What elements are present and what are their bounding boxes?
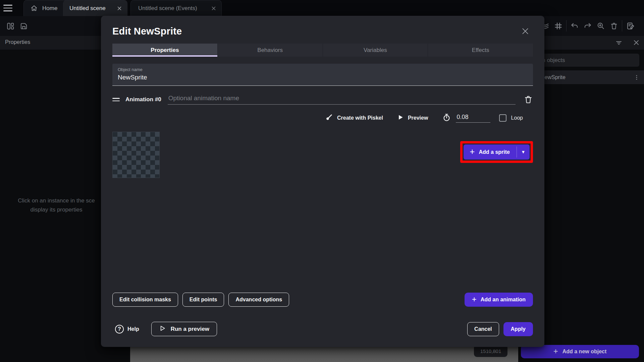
drag-handle-icon[interactable] <box>112 97 121 102</box>
delete-animation-icon[interactable] <box>524 95 533 104</box>
tab-untitled-scene-events[interactable]: Untitled scene (Events) <box>130 0 222 16</box>
add-new-object-label: Add a new object <box>562 349 607 355</box>
scene-toolbar <box>540 20 635 32</box>
dialog-tab-effects[interactable]: Effects <box>428 44 533 57</box>
apply-button[interactable]: Apply <box>503 322 533 336</box>
toolbar-divider <box>622 20 622 32</box>
object-name-label: Object name <box>118 67 528 72</box>
time-between-frames-input[interactable] <box>456 114 490 123</box>
play-icon <box>397 114 404 122</box>
panels-layout-icon[interactable] <box>5 21 15 31</box>
tab-home-label: Home <box>42 5 57 12</box>
close-tab-icon[interactable] <box>211 5 217 11</box>
dots-vertical-icon[interactable] <box>633 74 640 81</box>
zoom-in-icon[interactable] <box>596 21 606 31</box>
object-item-label: NewSprite <box>541 74 566 80</box>
edit-sprite-dialog: Edit NewSprite Properties Behaviors Vari… <box>101 16 544 347</box>
help-button[interactable]: ? Help <box>115 325 139 334</box>
properties-panel-title: Properties <box>5 39 30 45</box>
close-dialog-icon[interactable] <box>521 27 530 36</box>
grid-icon[interactable] <box>553 21 563 31</box>
properties-empty-message: Click on an instance in the sce display … <box>0 196 113 214</box>
loop-label: Loop <box>511 115 523 121</box>
hamburger-menu-icon[interactable] <box>3 4 15 12</box>
chevron-down-icon[interactable]: ▼ <box>517 144 530 160</box>
dialog-footer: ? Help Run a preview Cancel Apply <box>112 322 533 336</box>
add-sprite-button[interactable]: + Add a sprite ▼ <box>464 144 530 160</box>
animation-title: Animation #0 <box>125 96 161 103</box>
tab-scene-label: Untitled scene <box>69 5 106 12</box>
add-sprite-label: Add a sprite <box>479 149 510 155</box>
animation-name-input[interactable] <box>168 95 516 105</box>
app-window: Home Untitled scene Untitled scene (Even… <box>0 0 644 362</box>
create-with-piskel-button[interactable]: Create with Piskel <box>325 113 383 123</box>
plus-icon: + <box>470 147 475 156</box>
add-new-object-button[interactable]: + Add a new object <box>521 345 639 358</box>
empty-sprite-thumbnail <box>112 132 160 178</box>
dialog-tab-variables[interactable]: Variables <box>323 44 428 57</box>
advanced-options-button[interactable]: Advanced options <box>228 293 289 307</box>
sprites-row: + Add a sprite ▼ <box>112 132 533 178</box>
close-tab-icon[interactable] <box>116 5 122 11</box>
highlight-box: + Add a sprite ▼ <box>460 141 533 163</box>
home-icon <box>31 5 38 12</box>
save-icon[interactable] <box>19 21 29 31</box>
tab-untitled-scene[interactable]: Untitled scene <box>63 0 127 16</box>
cancel-button[interactable]: Cancel <box>467 322 499 336</box>
brush-icon <box>325 113 333 123</box>
loop-checkbox[interactable] <box>499 114 506 122</box>
preview-label: Preview <box>408 115 428 121</box>
add-animation-label: Add an animation <box>481 297 526 303</box>
object-name-input[interactable] <box>118 74 528 81</box>
play-outline-icon <box>159 325 166 334</box>
plus-icon: + <box>553 347 558 355</box>
preview-button[interactable]: Preview <box>397 114 428 122</box>
scene-properties-icon[interactable] <box>625 21 635 31</box>
create-with-piskel-label: Create with Piskel <box>337 115 383 121</box>
stopwatch-icon <box>442 113 451 123</box>
edit-points-button[interactable]: Edit points <box>182 293 224 307</box>
dialog-tab-properties[interactable]: Properties <box>112 44 217 57</box>
object-name-field[interactable]: Object name <box>112 64 533 86</box>
top-tab-bar: Home Untitled scene Untitled scene (Even… <box>0 0 644 16</box>
add-animation-button[interactable]: + Add an animation <box>465 293 533 307</box>
undo-icon[interactable] <box>570 21 580 31</box>
tab-events-label: Untitled scene (Events) <box>138 5 197 12</box>
toolbar-divider <box>566 20 567 32</box>
properties-empty-line1: Click on an instance in the sce <box>0 196 113 205</box>
plus-icon: + <box>472 295 477 303</box>
dialog-title: Edit NewSprite <box>112 26 182 37</box>
redo-icon[interactable] <box>583 21 593 31</box>
sprite-actions-row: Edit collision masks Edit points Advance… <box>112 293 533 307</box>
run-preview-button[interactable]: Run a preview <box>151 322 217 336</box>
properties-empty-line2: display its properties <box>0 205 113 214</box>
trash-icon[interactable] <box>609 21 619 31</box>
run-preview-label: Run a preview <box>171 326 209 333</box>
help-icon: ? <box>115 325 124 334</box>
animation-controls-row: Create with Piskel Preview Loop <box>112 111 533 125</box>
animation-header-row: Animation #0 <box>112 93 533 107</box>
dialog-tab-bar: Properties Behaviors Variables Effects <box>112 44 533 57</box>
dialog-tab-behaviors[interactable]: Behaviors <box>217 44 323 57</box>
close-panel-icon[interactable] <box>631 38 641 48</box>
edit-collision-masks-button[interactable]: Edit collision masks <box>112 293 178 307</box>
help-label: Help <box>127 326 139 332</box>
filter-icon[interactable] <box>614 38 624 48</box>
